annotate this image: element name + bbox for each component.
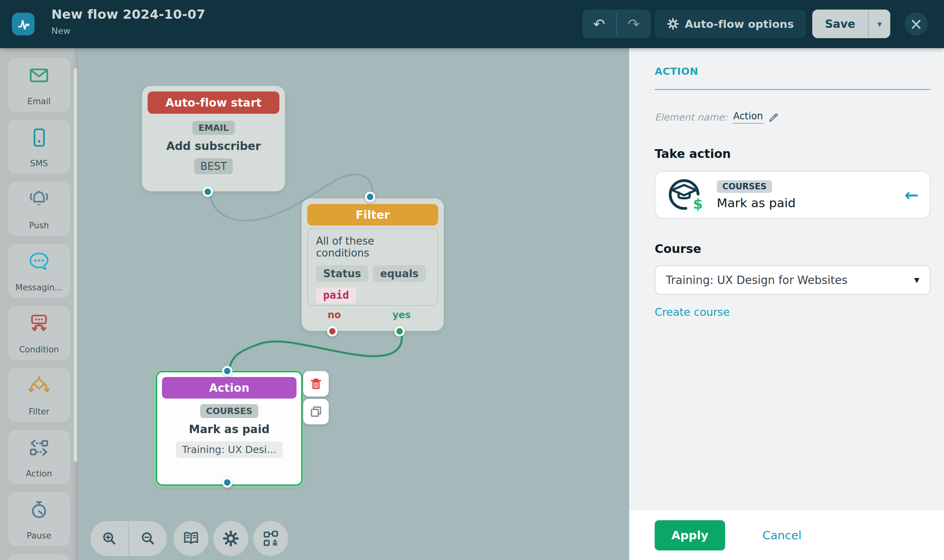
sidebar-item-pause[interactable]: Pause bbox=[8, 492, 70, 546]
undo-icon: ↶ bbox=[593, 16, 605, 32]
flow-title: New flow 2024-10-07 bbox=[51, 7, 205, 22]
element-palette-sidebar: Email SMS Push Messagin... bbox=[0, 48, 78, 560]
sidebar-item-label: Condition bbox=[19, 345, 59, 354]
action-arrows-icon bbox=[27, 436, 51, 459]
auto-flow-options-button[interactable]: Auto-flow options bbox=[655, 10, 806, 38]
condition-operator-badge: equals bbox=[373, 265, 426, 282]
sidebar-item-partial[interactable] bbox=[8, 554, 70, 560]
redo-button[interactable]: ↷ bbox=[617, 10, 651, 38]
sidebar-item-email[interactable]: Email bbox=[8, 58, 70, 112]
edit-pencil-icon[interactable] bbox=[768, 112, 779, 122]
flow-canvas[interactable]: Auto-flow start EMAIL Add subscriber BES… bbox=[78, 48, 629, 560]
flow-builder-app: New flow 2024-10-07 New ↶ ↷ bbox=[0, 0, 944, 560]
port-action-top[interactable] bbox=[222, 366, 232, 376]
port-action-bottom[interactable] bbox=[222, 477, 232, 488]
stopwatch-icon bbox=[27, 498, 51, 521]
element-name-value[interactable]: Action bbox=[733, 111, 763, 124]
zoom-toolbar bbox=[90, 521, 167, 556]
panel-footer: Apply Cancel bbox=[629, 510, 944, 560]
apply-button[interactable]: Apply bbox=[655, 520, 725, 550]
sitemap-icon bbox=[262, 530, 279, 547]
sidebar-scrollbar[interactable] bbox=[74, 68, 77, 462]
course-select-value: Training: UX Design for Websites bbox=[666, 274, 848, 287]
conditions-title: All of these conditions bbox=[316, 235, 429, 259]
channel-badge: EMAIL bbox=[192, 121, 234, 135]
zoom-out-icon bbox=[140, 530, 156, 547]
header-actions: ↶ ↷ Auto-flow options Save bbox=[582, 10, 928, 38]
sidebar-item-messaging[interactable]: Messagin... bbox=[8, 244, 70, 298]
port-filter-no[interactable] bbox=[327, 326, 337, 336]
selected-action-card[interactable]: $ COURSES Mark as paid ← bbox=[655, 171, 930, 219]
condition-field-badge: Status bbox=[316, 265, 368, 282]
wire-yes-to-action bbox=[229, 334, 402, 372]
take-action-heading: Take action bbox=[655, 147, 930, 161]
port-filter-top[interactable] bbox=[365, 192, 375, 202]
element-name-label: Element name: bbox=[655, 112, 728, 123]
branch-no-label: no bbox=[318, 309, 350, 321]
sidebar-item-push[interactable]: Push bbox=[8, 182, 70, 236]
header-bar: New flow 2024-10-07 New ↶ ↷ bbox=[0, 0, 944, 48]
duplicate-node-button[interactable] bbox=[303, 399, 329, 424]
course-badge: Training: UX Desi... bbox=[176, 441, 283, 458]
divider bbox=[655, 89, 930, 90]
undo-button[interactable]: ↶ bbox=[582, 10, 616, 38]
course-heading: Course bbox=[655, 242, 930, 256]
create-course-link[interactable]: Create course bbox=[655, 306, 730, 318]
sidebar-item-filter[interactable]: Filter bbox=[8, 368, 70, 422]
sidebar-item-action[interactable]: Action bbox=[8, 430, 70, 484]
node-filter[interactable]: Filter All of these conditions Status eq… bbox=[302, 198, 444, 331]
category-badge: COURSES bbox=[717, 180, 772, 193]
flow-titles: New flow 2024-10-07 New bbox=[51, 7, 205, 36]
port-filter-yes[interactable] bbox=[394, 326, 405, 336]
back-arrow-button[interactable]: ← bbox=[905, 185, 919, 205]
minimap-button[interactable] bbox=[253, 521, 288, 556]
action-card-title: Mark as paid bbox=[717, 196, 796, 210]
condition-value-badge: paid bbox=[316, 288, 356, 303]
sidebar-item-condition[interactable]: Condition bbox=[8, 306, 70, 360]
zoom-in-icon bbox=[101, 530, 118, 547]
cancel-link[interactable]: Cancel bbox=[763, 529, 802, 542]
delete-node-button[interactable] bbox=[303, 371, 329, 397]
sidebar-item-label: Messagin... bbox=[16, 283, 62, 292]
node-header: Action bbox=[162, 377, 296, 399]
zoom-in-button[interactable] bbox=[90, 521, 128, 556]
sidebar-item-label: Pause bbox=[27, 531, 51, 541]
node-title: Mark as paid bbox=[157, 423, 301, 436]
element-name-row: Element name: Action bbox=[655, 111, 930, 124]
conditions-box: All of these conditions Status equals pa… bbox=[307, 228, 438, 306]
gear-icon bbox=[222, 530, 240, 547]
action-card-text: COURSES Mark as paid bbox=[717, 180, 796, 210]
auto-flow-options-label: Auto-flow options bbox=[685, 18, 794, 30]
node-autoflow-start[interactable]: Auto-flow start EMAIL Add subscriber BES… bbox=[142, 86, 285, 191]
app-logo bbox=[12, 13, 35, 35]
tag-badge: BEST bbox=[194, 158, 233, 174]
node-action-selected[interactable]: Action COURSES Mark as paid Training: UX… bbox=[156, 371, 302, 486]
save-dropdown-button[interactable]: ▾ bbox=[869, 19, 890, 29]
course-payment-icon: $ bbox=[667, 177, 706, 213]
close-button[interactable]: × bbox=[905, 12, 928, 35]
branch-yes-label: yes bbox=[386, 309, 417, 321]
sidebar-item-sms[interactable]: SMS bbox=[8, 120, 70, 174]
save-button[interactable]: Save bbox=[812, 10, 868, 38]
close-icon: × bbox=[909, 16, 923, 32]
dollar-glyph: $ bbox=[693, 196, 703, 212]
port-start-bottom[interactable] bbox=[203, 187, 213, 197]
phone-icon bbox=[27, 126, 51, 149]
canvas-settings-button[interactable] bbox=[213, 521, 248, 556]
bell-icon bbox=[27, 188, 51, 211]
gear-icon bbox=[667, 18, 679, 30]
chevron-down-icon: ▾ bbox=[877, 19, 882, 29]
sidebar-item-label: Email bbox=[27, 97, 51, 106]
sidebar-item-label: SMS bbox=[30, 159, 48, 168]
sidebar-item-label: Push bbox=[29, 221, 49, 230]
condition-branch-icon bbox=[27, 312, 51, 335]
pulse-icon bbox=[16, 16, 31, 32]
filter-diamond-icon bbox=[27, 374, 51, 397]
envelope-icon bbox=[27, 64, 51, 87]
course-select[interactable]: Training: UX Design for Websites ▼ bbox=[655, 265, 930, 295]
node-title: Add subscriber bbox=[142, 140, 285, 153]
node-header: Filter bbox=[307, 204, 438, 226]
guide-button[interactable] bbox=[174, 521, 209, 556]
zoom-out-button[interactable] bbox=[129, 521, 167, 556]
copy-icon bbox=[309, 405, 323, 418]
